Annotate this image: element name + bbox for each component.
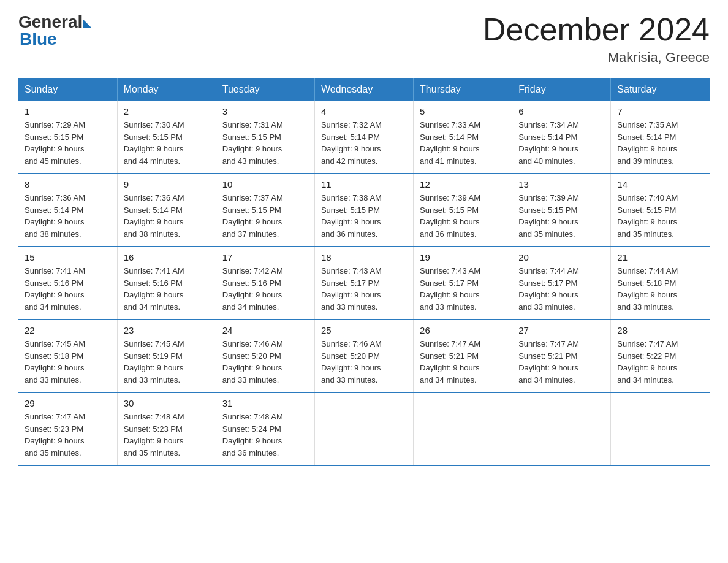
calendar-cell: 7 Sunrise: 7:35 AM Sunset: 5:14 PM Dayli…: [611, 101, 710, 174]
day-number: 19: [420, 252, 506, 262]
day-info: Sunrise: 7:44 AM Sunset: 5:17 PM Dayligh…: [518, 265, 604, 313]
day-number: 30: [124, 398, 210, 408]
day-info: Sunrise: 7:36 AM Sunset: 5:14 PM Dayligh…: [124, 192, 210, 240]
day-number: 8: [25, 179, 111, 190]
day-info: Sunrise: 7:32 AM Sunset: 5:14 PM Dayligh…: [321, 119, 407, 167]
day-number: 1: [25, 106, 111, 117]
day-number: 18: [321, 252, 407, 262]
calendar-cell: 9 Sunrise: 7:36 AM Sunset: 5:14 PM Dayli…: [117, 174, 216, 247]
day-number: 12: [420, 179, 506, 190]
week-row-4: 22 Sunrise: 7:45 AM Sunset: 5:18 PM Dayl…: [18, 320, 710, 393]
day-number: 23: [124, 325, 210, 335]
day-info: Sunrise: 7:47 AM Sunset: 5:23 PM Dayligh…: [25, 411, 111, 459]
day-number: 20: [518, 252, 604, 262]
day-info: Sunrise: 7:40 AM Sunset: 5:15 PM Dayligh…: [617, 192, 703, 240]
day-info: Sunrise: 7:47 AM Sunset: 5:22 PM Dayligh…: [617, 338, 703, 386]
calendar-cell: 22 Sunrise: 7:45 AM Sunset: 5:18 PM Dayl…: [18, 320, 117, 393]
header-monday: Monday: [117, 78, 216, 101]
day-number: 22: [25, 325, 111, 335]
day-number: 6: [518, 106, 604, 117]
day-number: 25: [321, 325, 407, 335]
calendar-cell: 2 Sunrise: 7:30 AM Sunset: 5:15 PM Dayli…: [117, 101, 216, 174]
calendar-cell: 25 Sunrise: 7:46 AM Sunset: 5:20 PM Dayl…: [314, 320, 413, 393]
logo-arrow-icon: [83, 20, 92, 28]
day-number: 2: [124, 106, 210, 117]
location: Makrisia, Greece: [483, 50, 710, 66]
calendar-cell: 3 Sunrise: 7:31 AM Sunset: 5:15 PM Dayli…: [216, 101, 314, 174]
calendar-cell: 23 Sunrise: 7:45 AM Sunset: 5:19 PM Dayl…: [117, 320, 216, 393]
day-info: Sunrise: 7:31 AM Sunset: 5:15 PM Dayligh…: [222, 119, 308, 167]
calendar-cell: 12 Sunrise: 7:39 AM Sunset: 5:15 PM Dayl…: [414, 174, 512, 247]
day-info: Sunrise: 7:44 AM Sunset: 5:18 PM Dayligh…: [617, 265, 703, 313]
day-number: 27: [518, 325, 604, 335]
day-info: Sunrise: 7:39 AM Sunset: 5:15 PM Dayligh…: [420, 192, 506, 240]
logo-blue-text: Blue: [20, 29, 57, 49]
calendar-cell: 28 Sunrise: 7:47 AM Sunset: 5:22 PM Dayl…: [611, 320, 710, 393]
header-thursday: Thursday: [414, 78, 512, 101]
calendar-cell: 30 Sunrise: 7:48 AM Sunset: 5:23 PM Dayl…: [117, 393, 216, 465]
day-number: 31: [222, 398, 308, 408]
day-info: Sunrise: 7:47 AM Sunset: 5:21 PM Dayligh…: [518, 338, 604, 386]
calendar-cell: 4 Sunrise: 7:32 AM Sunset: 5:14 PM Dayli…: [314, 101, 413, 174]
day-info: Sunrise: 7:46 AM Sunset: 5:20 PM Dayligh…: [321, 338, 407, 386]
calendar-cell: 17 Sunrise: 7:42 AM Sunset: 5:16 PM Dayl…: [216, 247, 314, 320]
day-info: Sunrise: 7:46 AM Sunset: 5:20 PM Dayligh…: [222, 338, 308, 386]
day-info: Sunrise: 7:48 AM Sunset: 5:24 PM Dayligh…: [222, 411, 308, 459]
calendar-cell: 24 Sunrise: 7:46 AM Sunset: 5:20 PM Dayl…: [216, 320, 314, 393]
day-number: 29: [25, 398, 111, 408]
day-number: 5: [420, 106, 506, 117]
calendar-cell: 13 Sunrise: 7:39 AM Sunset: 5:15 PM Dayl…: [512, 174, 611, 247]
calendar-cell: 19 Sunrise: 7:43 AM Sunset: 5:17 PM Dayl…: [414, 247, 512, 320]
day-info: Sunrise: 7:30 AM Sunset: 5:15 PM Dayligh…: [124, 119, 210, 167]
day-info: Sunrise: 7:36 AM Sunset: 5:14 PM Dayligh…: [25, 192, 111, 240]
calendar-cell: 11 Sunrise: 7:38 AM Sunset: 5:15 PM Dayl…: [314, 174, 413, 247]
day-info: Sunrise: 7:43 AM Sunset: 5:17 PM Dayligh…: [321, 265, 407, 313]
calendar-table: SundayMondayTuesdayWednesdayThursdayFrid…: [18, 78, 710, 466]
page-header: General Blue December 2024 Makrisia, Gre…: [18, 12, 710, 66]
week-row-1: 1 Sunrise: 7:29 AM Sunset: 5:15 PM Dayli…: [18, 101, 710, 174]
calendar-cell: 29 Sunrise: 7:47 AM Sunset: 5:23 PM Dayl…: [18, 393, 117, 465]
calendar-cell: [414, 393, 512, 465]
calendar-cell: 16 Sunrise: 7:41 AM Sunset: 5:16 PM Dayl…: [117, 247, 216, 320]
day-number: 28: [617, 325, 703, 335]
header-wednesday: Wednesday: [314, 78, 413, 101]
header-sunday: Sunday: [18, 78, 117, 101]
day-number: 15: [25, 252, 111, 262]
calendar-cell: [611, 393, 710, 465]
day-number: 16: [124, 252, 210, 262]
day-info: Sunrise: 7:42 AM Sunset: 5:16 PM Dayligh…: [222, 265, 308, 313]
week-row-2: 8 Sunrise: 7:36 AM Sunset: 5:14 PM Dayli…: [18, 174, 710, 247]
day-number: 24: [222, 325, 308, 335]
day-info: Sunrise: 7:39 AM Sunset: 5:15 PM Dayligh…: [518, 192, 604, 240]
day-info: Sunrise: 7:45 AM Sunset: 5:18 PM Dayligh…: [25, 338, 111, 386]
month-title: December 2024: [483, 12, 710, 47]
calendar-body: 1 Sunrise: 7:29 AM Sunset: 5:15 PM Dayli…: [18, 101, 710, 465]
calendar-cell: 1 Sunrise: 7:29 AM Sunset: 5:15 PM Dayli…: [18, 101, 117, 174]
day-number: 9: [124, 179, 210, 190]
day-info: Sunrise: 7:43 AM Sunset: 5:17 PM Dayligh…: [420, 265, 506, 313]
calendar-cell: 27 Sunrise: 7:47 AM Sunset: 5:21 PM Dayl…: [512, 320, 611, 393]
day-number: 26: [420, 325, 506, 335]
logo: General Blue: [18, 12, 92, 49]
calendar-cell: [512, 393, 611, 465]
calendar-cell: 15 Sunrise: 7:41 AM Sunset: 5:16 PM Dayl…: [18, 247, 117, 320]
day-number: 21: [617, 252, 703, 262]
day-number: 3: [222, 106, 308, 117]
header-saturday: Saturday: [611, 78, 710, 101]
header-row: SundayMondayTuesdayWednesdayThursdayFrid…: [18, 78, 710, 101]
day-info: Sunrise: 7:47 AM Sunset: 5:21 PM Dayligh…: [420, 338, 506, 386]
day-info: Sunrise: 7:38 AM Sunset: 5:15 PM Dayligh…: [321, 192, 407, 240]
day-info: Sunrise: 7:34 AM Sunset: 5:14 PM Dayligh…: [518, 119, 604, 167]
day-number: 13: [518, 179, 604, 190]
calendar-cell: [314, 393, 413, 465]
day-info: Sunrise: 7:45 AM Sunset: 5:19 PM Dayligh…: [124, 338, 210, 386]
calendar-cell: 5 Sunrise: 7:33 AM Sunset: 5:14 PM Dayli…: [414, 101, 512, 174]
day-info: Sunrise: 7:41 AM Sunset: 5:16 PM Dayligh…: [25, 265, 111, 313]
week-row-5: 29 Sunrise: 7:47 AM Sunset: 5:23 PM Dayl…: [18, 393, 710, 465]
header-friday: Friday: [512, 78, 611, 101]
day-number: 11: [321, 179, 407, 190]
title-block: December 2024 Makrisia, Greece: [483, 12, 710, 66]
calendar-cell: 10 Sunrise: 7:37 AM Sunset: 5:15 PM Dayl…: [216, 174, 314, 247]
day-number: 14: [617, 179, 703, 190]
calendar-cell: 26 Sunrise: 7:47 AM Sunset: 5:21 PM Dayl…: [414, 320, 512, 393]
